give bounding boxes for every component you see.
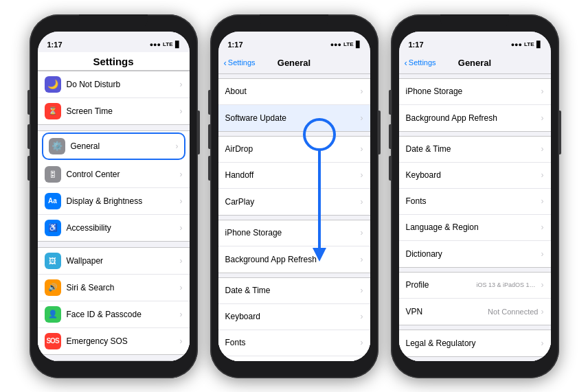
display-chevron: › [180, 196, 183, 206]
general-list-2: About › Software Update › AirDrop › [218, 74, 370, 361]
list-item-wallpaper[interactable]: 🖼 Wallpaper › [38, 248, 190, 275]
list-item3-fonts[interactable]: Fonts › [399, 189, 551, 215]
datetime-chevron: › [361, 286, 363, 295]
nav-bar-3: ‹ Settings General [399, 52, 551, 74]
dnd-chevron: › [180, 80, 183, 89]
fonts3-label: Fonts [406, 196, 541, 206]
list-item-fonts[interactable]: Fonts › [218, 330, 370, 356]
vpn3-chevron: › [541, 307, 544, 316]
list-item-about[interactable]: About › [218, 79, 370, 105]
signal-icon-3: ●●● [511, 41, 522, 48]
list-item-faceid[interactable]: 👤 Face ID & Passcode › [38, 301, 190, 328]
settings-list-1: 🌙 Do Not Disturb › ⏳ Screen Time › ⚙️ [38, 71, 190, 361]
list-item3-dictionary[interactable]: Dictionary › [399, 241, 551, 267]
list-item-iphonestorage[interactable]: iPhone Storage › [218, 220, 370, 246]
nav-back-2[interactable]: ‹ Settings [224, 58, 256, 68]
list-item-display[interactable]: Aa Display & Brightness › [38, 188, 190, 215]
list-item3-language[interactable]: Language & Region › [399, 215, 551, 241]
display-icon: Aa [45, 193, 61, 209]
status-bar-1: 1:17 ●●● LTE ▊ [38, 32, 190, 52]
group3-profile: Profile iOS 13 & iPadOS 13 Beta Softwar…… [399, 272, 551, 325]
list-item-sos[interactable]: SOS Emergency SOS › [38, 328, 190, 354]
gap-1 [38, 125, 190, 130]
screen-content-2: ‹ Settings General About › Software Upda… [218, 52, 370, 361]
dnd-label: Do Not Disturb [67, 80, 180, 89]
general-list-3: iPhone Storage › Background App Refresh … [399, 74, 551, 361]
carrier-label-3: LTE [524, 41, 534, 47]
general-label: General [71, 141, 176, 151]
sos-icon: SOS [45, 333, 61, 349]
list-item3-iphonestorage[interactable]: iPhone Storage › [399, 79, 551, 105]
list-item-general[interactable]: ⚙️ General › [42, 132, 185, 160]
list-item3-keyboard[interactable]: Keyboard › [399, 163, 551, 189]
language3-chevron: › [541, 222, 544, 232]
list-item-siri[interactable]: 🔊 Siri & Search › [38, 275, 190, 301]
list-item-dnd[interactable]: 🌙 Do Not Disturb › [38, 71, 190, 98]
list-item-keyboard[interactable]: Keyboard › [218, 304, 370, 330]
general-chevron: › [176, 141, 179, 151]
faceid-icon: 👤 [45, 306, 61, 323]
fonts3-chevron: › [541, 196, 544, 206]
carrier-label-1: LTE [163, 41, 173, 47]
dnd-icon: 🌙 [45, 76, 61, 93]
group-dnd: 🌙 Do Not Disturb › ⏳ Screen Time › [38, 71, 190, 125]
list-item3-datetime[interactable]: Date & Time › [399, 137, 551, 163]
list-item-handoff[interactable]: Handoff › [218, 163, 370, 189]
screen-1: 1:17 ●●● LTE ▊ Settings 🌙 Do Not Disturb… [38, 32, 190, 361]
list-item-carplay[interactable]: CarPlay › [218, 189, 370, 215]
battery-icon-2: ▊ [356, 41, 361, 48]
notch-3 [440, 14, 509, 31]
list-item-screentime[interactable]: ⏳ Screen Time › [38, 98, 190, 124]
bgrefresh3-chevron: › [541, 113, 544, 123]
list-item-datetime[interactable]: Date & Time › [218, 278, 370, 304]
back-label-3: Settings [409, 58, 436, 67]
group-wallpaper: 🖼 Wallpaper › 🔊 Siri & Search › 👤 Face I… [38, 247, 190, 355]
list-item-accessibility[interactable]: ♿ Accessibility › [38, 215, 190, 241]
list-item-language[interactable]: Language & Region › [218, 356, 370, 361]
accessibility-label: Accessibility [67, 223, 180, 233]
list-item3-bgrefresh[interactable]: Background App Refresh › [399, 105, 551, 131]
handoff-chevron: › [361, 170, 363, 180]
list-item-bgrefresh[interactable]: Background App Refresh › [218, 246, 370, 273]
wallpaper-icon: 🖼 [45, 253, 61, 269]
dictionary3-label: Dictionary [406, 249, 541, 259]
siri-label: Siri & Search [67, 283, 180, 292]
iphonestorage3-chevron: › [541, 87, 544, 96]
fonts-chevron: › [361, 338, 363, 347]
accessibility-icon: ♿ [45, 220, 61, 236]
bgrefresh3-label: Background App Refresh [406, 113, 541, 123]
settings-title: Settings [38, 52, 190, 71]
vpn3-label: VPN [406, 307, 488, 316]
dictionary3-chevron: › [541, 249, 544, 259]
wallpaper-chevron: › [180, 256, 183, 266]
list-item3-vpn[interactable]: VPN Not Connected › [399, 299, 551, 325]
status-bar-3: 1:17 ●●● LTE ▊ [399, 32, 551, 52]
list-item-softwareupdate[interactable]: Software Update › [218, 105, 370, 131]
notch-1 [79, 14, 148, 31]
accessibility-chevron: › [180, 223, 183, 233]
sos-label: Emergency SOS [67, 336, 180, 346]
status-time-1: 1:17 [47, 41, 63, 49]
iphonestorage-label: iPhone Storage [225, 228, 361, 238]
list-item-airdrop[interactable]: AirDrop › [218, 137, 370, 163]
status-bar-2: 1:17 ●●● LTE ▊ [218, 32, 370, 52]
nav-back-3[interactable]: ‹ Settings [405, 58, 436, 68]
softwareupdate-label: Software Update [225, 113, 361, 123]
carplay-chevron: › [361, 197, 363, 207]
bgrefresh-label: Background App Refresh [225, 255, 361, 264]
screen-content-1: Settings 🌙 Do Not Disturb › ⏳ Screen Tim… [38, 52, 190, 361]
status-icons-2: ●●● LTE ▊ [330, 41, 361, 48]
airdrop-chevron: › [361, 144, 363, 154]
list-item3-legal[interactable]: Legal & Regulatory › [399, 330, 551, 356]
datetime3-label: Date & Time [406, 144, 541, 154]
phone-3: 1:17 ●●● LTE ▊ ‹ Settings General iPhone… [391, 14, 559, 378]
battery-icon-3: ▊ [536, 41, 541, 48]
list-item3-profile[interactable]: Profile iOS 13 & iPadOS 13 Beta Softwar…… [399, 273, 551, 299]
siri-chevron: › [180, 283, 183, 292]
list-item-controlcenter[interactable]: 🎛 Control Center › [38, 161, 190, 188]
keyboard-chevron: › [361, 312, 363, 321]
back-chevron-3: ‹ [405, 58, 407, 68]
iphonestorage-chevron: › [361, 228, 363, 238]
group-battery: 🔋 Battery › 🤚 Privacy › [38, 360, 190, 361]
screentime-icon: ⏳ [45, 103, 61, 119]
